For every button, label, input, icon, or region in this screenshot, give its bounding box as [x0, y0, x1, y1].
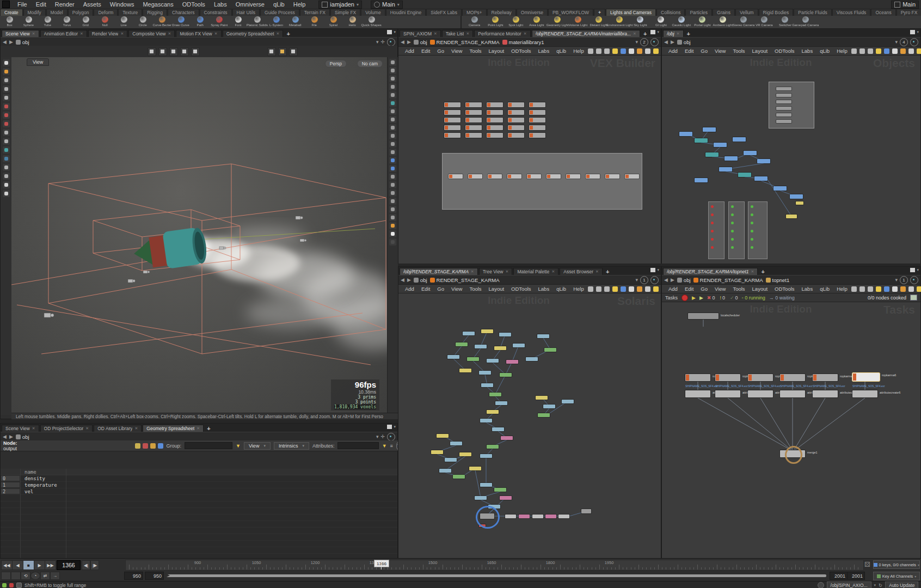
menu-qlib[interactable]: qLib: [816, 48, 833, 54]
network-node[interactable]: [480, 454, 492, 458]
network-node[interactable]: [449, 174, 463, 179]
points-icon[interactable]: [389, 132, 396, 139]
tool-gi-light[interactable]: GI Light: [650, 16, 671, 28]
network-node[interactable]: [562, 400, 574, 403]
clip-icon[interactable]: [389, 206, 396, 213]
display-options-icon[interactable]: [884, 286, 889, 292]
camera-icon[interactable]: [900, 286, 906, 292]
playback-start-field[interactable]: 950: [145, 572, 164, 580]
network-node[interactable]: [465, 110, 482, 115]
network-node[interactable]: [463, 332, 475, 335]
shelf-tab-model[interactable]: Model: [46, 9, 67, 16]
snap-view-icon[interactable]: [389, 157, 396, 164]
network-node[interactable]: [527, 174, 541, 179]
menu-qlib[interactable]: qLib: [269, 1, 289, 8]
prev-frame-button[interactable]: ◀: [12, 560, 23, 570]
close-tab-icon[interactable]: ✕: [524, 32, 527, 36]
tool-portal-light[interactable]: Portal Light: [692, 16, 713, 28]
network-node[interactable]: [532, 514, 543, 518]
layout-icon[interactable]: [596, 48, 601, 54]
search-icon[interactable]: [908, 286, 914, 292]
network-node[interactable]: [481, 383, 493, 387]
breadcrumb-obj[interactable]: obj: [16, 39, 29, 45]
network-node[interactable]: [508, 125, 524, 130]
forward-icon[interactable]: ▶: [671, 277, 674, 283]
layout-selector[interactable]: Main ▾: [371, 1, 403, 9]
path-dropdown-icon[interactable]: ▾: [635, 39, 638, 45]
network-node[interactable]: [467, 357, 479, 361]
frame-ruler[interactable]: 90010501200135015001650180019501366: [125, 560, 864, 571]
grid-icon[interactable]: [868, 48, 873, 54]
shelf-tab-houdini-engine[interactable]: Houdini Engine: [386, 9, 426, 16]
display-options-icon[interactable]: [621, 48, 626, 54]
network-node[interactable]: [529, 133, 545, 138]
network-node[interactable]: [543, 405, 555, 408]
close-tab-icon[interactable]: ✕: [80, 32, 83, 36]
breadcrumb-obj[interactable]: obj: [677, 277, 691, 283]
network-node[interactable]: [456, 342, 468, 346]
forward-icon[interactable]: ▶: [407, 39, 411, 45]
menu-qlib[interactable]: qLib: [553, 48, 569, 54]
menu-file[interactable]: File: [13, 1, 32, 8]
menu-layout[interactable]: Layout: [749, 48, 771, 54]
viewport-3d-view[interactable]: View Persp No cam: [11, 57, 387, 413]
audio-icon[interactable]: [11, 572, 21, 580]
breadcrumb-render_stage_karma[interactable]: RENDER_STAGE_KARMA: [430, 39, 500, 45]
close-tab-icon[interactable]: ✕: [751, 270, 754, 274]
forward-icon[interactable]: ▶: [671, 39, 674, 45]
back-icon[interactable]: ◀: [664, 277, 668, 283]
network-node[interactable]: [444, 102, 461, 107]
network-node[interactable]: [465, 125, 482, 130]
laser-icon[interactable]: [180, 47, 189, 56]
shelf-tab-rebelway[interactable]: Rebelway: [487, 9, 516, 16]
shelf-tab-deform[interactable]: Deform: [94, 9, 118, 16]
network-node[interactable]: [444, 133, 461, 138]
tool-spray-paint[interactable]: Spray Paint: [210, 16, 229, 28]
wrench-icon[interactable]: [588, 48, 593, 54]
close-tab-icon[interactable]: ✕: [85, 426, 89, 431]
step-back-button[interactable]: ◀|: [82, 560, 90, 570]
step-fwd-button[interactable]: |▶: [90, 560, 99, 570]
breadcrumb-render_stage_karma[interactable]: RENDER_STAGE_KARMA: [693, 277, 763, 283]
network-node[interactable]: [475, 345, 487, 348]
range-start-field[interactable]: 950: [124, 572, 143, 580]
tool-helix[interactable]: Helix: [343, 16, 362, 28]
network-node[interactable]: [776, 100, 791, 103]
shelf-tab-omniverse[interactable]: Omniverse: [517, 9, 548, 16]
ortho-icon[interactable]: [389, 67, 396, 74]
network-node[interactable]: [501, 436, 513, 440]
playback-end-field[interactable]: 2001: [830, 572, 848, 580]
network-node[interactable]: [547, 174, 561, 179]
shelf-tab-rigid-bodies[interactable]: Rigid Bodies: [759, 9, 794, 16]
flipbook-icon[interactable]: [3, 181, 10, 188]
search-icon[interactable]: [645, 286, 650, 292]
lasso-icon[interactable]: [3, 85, 10, 93]
tab-od-projectselector[interactable]: OD ProjectSelector✕: [40, 425, 93, 432]
network-node[interactable]: [487, 445, 499, 449]
shelf-tab-vellum[interactable]: Vellum: [735, 9, 758, 16]
range-end-field[interactable]: 2001: [847, 572, 865, 580]
menu-layout[interactable]: Layout: [486, 286, 508, 292]
network-node[interactable]: [705, 152, 719, 157]
tool-area-light[interactable]: Area Light: [526, 16, 547, 28]
follow-target-icon[interactable]: [650, 38, 659, 46]
network-node[interactable]: [738, 173, 751, 177]
network-node[interactable]: [506, 360, 518, 364]
grid-icon[interactable]: [604, 286, 610, 292]
solaris-network-view[interactable]: Indie EditionSolaris: [398, 293, 661, 559]
network-node[interactable]: [488, 174, 502, 179]
layout-icon[interactable]: [859, 286, 865, 292]
back-icon[interactable]: ◀: [3, 39, 7, 45]
radial-menu-selector[interactable]: Main: [891, 1, 919, 9]
network-node[interactable]: [695, 138, 708, 143]
network-node[interactable]: [465, 118, 482, 122]
network-node[interactable]: [529, 125, 545, 130]
shelf-tab-particle-fluids[interactable]: Particle Fluids: [794, 9, 831, 16]
network-frame[interactable]: [748, 201, 768, 259]
network-node[interactable]: [469, 467, 481, 470]
persp-icon[interactable]: [389, 59, 396, 66]
network-frame[interactable]: [728, 201, 745, 259]
tool-tube[interactable]: Tube: [38, 16, 57, 28]
menu-add[interactable]: Add: [665, 48, 681, 54]
network-node[interactable]: [757, 159, 770, 163]
